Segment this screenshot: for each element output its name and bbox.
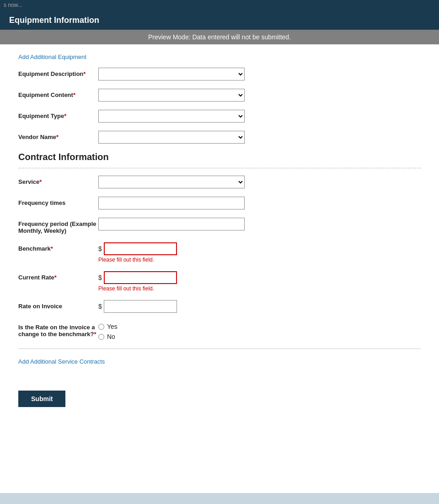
add-equipment-link[interactable]: Add Additional Equipment: [18, 54, 86, 60]
equipment-content-label: Equipment Content*: [18, 89, 98, 98]
frequency-times-input[interactable]: [98, 197, 245, 209]
benchmark-input[interactable]: [104, 242, 177, 255]
frequency-period-row: Frequency period (Example Monthly, Weekl…: [18, 218, 421, 234]
required-star: *: [83, 70, 86, 77]
vendor-name-select[interactable]: [98, 131, 245, 144]
equipment-type-label: Equipment Type*: [18, 110, 98, 119]
content-area: Add Additional Equipment Equipment Descr…: [0, 44, 439, 381]
rate-change-yes-label[interactable]: Yes: [98, 323, 245, 330]
frequency-times-label: Frequency times: [18, 197, 98, 206]
bottom-area: Submit: [0, 381, 439, 416]
service-select[interactable]: [98, 176, 245, 188]
rate-change-control: Yes No: [98, 321, 245, 340]
add-service-link[interactable]: Add Additional Service Contracts: [18, 358, 105, 365]
rate-on-invoice-dollar-wrap: $: [98, 300, 245, 313]
required-star-8: *: [94, 331, 96, 338]
benchmark-error: Please fill out this field.: [98, 257, 245, 263]
frequency-period-label: Frequency period (Example Monthly, Weekl…: [18, 218, 98, 234]
required-star-2: *: [73, 91, 75, 98]
rate-change-no-text: No: [107, 333, 115, 340]
rate-change-yes-radio[interactable]: [98, 324, 104, 330]
rate-on-invoice-label: Rate on Invoice: [18, 300, 98, 310]
rate-change-yes-text: Yes: [107, 323, 118, 330]
equipment-content-select[interactable]: [98, 89, 245, 102]
required-star-3: *: [64, 113, 66, 119]
equipment-content-row: Equipment Content*: [18, 89, 421, 102]
equipment-type-control: [98, 110, 245, 123]
top-bar: s now...: [0, 0, 439, 11]
rate-change-radio-group: Yes No: [98, 321, 245, 340]
current-rate-control: $ Please fill out this field.: [98, 271, 245, 292]
frequency-times-control: [98, 197, 245, 209]
frequency-period-input[interactable]: [98, 218, 245, 231]
preview-banner-text: Preview Mode: Data entered will not be s…: [148, 33, 291, 41]
required-star-5: *: [39, 178, 42, 185]
service-label: Service*: [18, 176, 98, 185]
rate-change-row: Is the Rate on the invoice a change to t…: [18, 321, 421, 340]
equipment-type-select[interactable]: [98, 110, 245, 123]
current-rate-input[interactable]: [104, 271, 177, 284]
vendor-name-control: [98, 131, 245, 144]
required-star-4: *: [56, 134, 59, 140]
bottom-divider: [18, 349, 421, 349]
service-control: [98, 176, 245, 188]
equipment-description-select[interactable]: [98, 68, 245, 80]
equipment-content-control: [98, 89, 245, 102]
section-header: Equipment Information: [0, 11, 439, 30]
rate-on-invoice-control: $: [98, 300, 245, 313]
rate-change-no-label[interactable]: No: [98, 333, 245, 340]
vendor-name-row: Vendor Name*: [18, 131, 421, 144]
preview-banner: Preview Mode: Data entered will not be s…: [0, 30, 439, 44]
section-header-title: Equipment Information: [9, 16, 99, 25]
required-star-7: *: [54, 274, 57, 281]
equipment-type-row: Equipment Type*: [18, 110, 421, 123]
benchmark-label: Benchmark*: [18, 242, 98, 252]
benchmark-control: $ Please fill out this field.: [98, 242, 245, 263]
contract-divider: [18, 168, 421, 168]
service-row: Service*: [18, 176, 421, 188]
equipment-description-row: Equipment Description*: [18, 68, 421, 80]
current-rate-label: Current Rate*: [18, 271, 98, 281]
topbar-text: s now...: [4, 2, 22, 8]
current-rate-dollar-wrap: $: [98, 271, 245, 284]
submit-button[interactable]: Submit: [18, 391, 65, 407]
frequency-times-row: Frequency times: [18, 197, 421, 209]
rate-on-invoice-dollar-sign: $: [98, 303, 102, 310]
vendor-name-label: Vendor Name*: [18, 131, 98, 140]
contract-section-title: Contract Information: [18, 152, 421, 165]
rate-change-no-radio[interactable]: [98, 334, 104, 340]
required-star-6: *: [51, 245, 53, 252]
equipment-description-label: Equipment Description*: [18, 68, 98, 77]
equipment-description-control: [98, 68, 245, 80]
current-rate-row: Current Rate* $ Please fill out this fie…: [18, 271, 421, 292]
benchmark-row: Benchmark* $ Please fill out this field.: [18, 242, 421, 263]
rate-on-invoice-row: Rate on Invoice $: [18, 300, 421, 313]
current-rate-error: Please fill out this field.: [98, 285, 245, 292]
rate-change-label: Is the Rate on the invoice a change to t…: [18, 321, 98, 338]
benchmark-dollar-wrap: $: [98, 242, 245, 255]
current-rate-dollar-sign: $: [98, 274, 102, 281]
benchmark-dollar-sign: $: [98, 245, 102, 252]
rate-on-invoice-input[interactable]: [104, 300, 177, 313]
frequency-period-control: [98, 218, 245, 231]
